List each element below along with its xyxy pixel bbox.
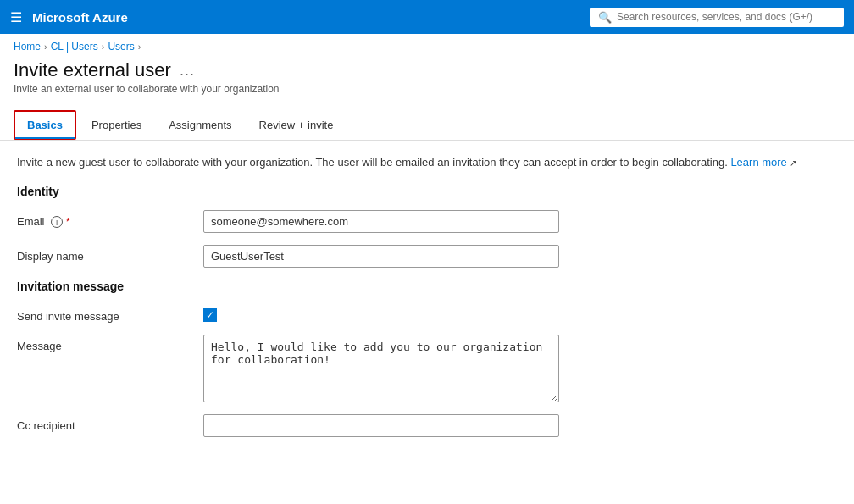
identity-section-title: Identity	[17, 185, 837, 198]
search-icon: 🔍	[598, 11, 612, 24]
send-invite-checkbox[interactable]: ✓	[203, 308, 217, 322]
tab-properties[interactable]: Properties	[80, 112, 153, 138]
hamburger-icon[interactable]: ☰	[10, 9, 22, 25]
content-area: Invite a new guest user to collaborate w…	[0, 141, 854, 462]
send-invite-label: Send invite message	[17, 305, 203, 323]
display-name-row: Display name	[17, 245, 837, 268]
cc-recipient-row: Cc recipient	[17, 414, 837, 437]
search-input[interactable]	[617, 11, 835, 23]
tab-basics[interactable]: Basics	[14, 110, 76, 140]
message-row: Message Hello, I would like to add you t…	[17, 335, 837, 402]
cc-recipient-label: Cc recipient	[17, 414, 203, 432]
breadcrumb-sep-1: ›	[44, 42, 47, 52]
email-info-icon[interactable]: i	[51, 216, 63, 228]
more-options-icon[interactable]: ...	[180, 62, 195, 80]
invitation-section-title: Invitation message	[17, 280, 837, 293]
external-link-icon: ↗	[790, 158, 796, 168]
learn-more-link[interactable]: Learn more	[730, 156, 786, 169]
required-star: *	[66, 215, 70, 228]
topnav: ☰ Microsoft Azure 🔍	[0, 0, 854, 34]
email-input[interactable]	[203, 210, 559, 233]
tab-bar: Basics Properties Assignments Review + i…	[0, 105, 854, 141]
email-label: Email i *	[17, 210, 203, 229]
page-subtitle: Invite an external user to collaborate w…	[14, 83, 840, 95]
page-title: Invite external user	[14, 59, 171, 81]
breadcrumb-sep-3: ›	[138, 42, 141, 52]
send-invite-checkbox-wrapper[interactable]: ✓	[203, 305, 217, 322]
breadcrumb-home[interactable]: Home	[14, 41, 41, 53]
cc-recipient-input[interactable]	[203, 414, 559, 437]
page-header: Invite external user ... Invite an exter…	[0, 56, 854, 105]
invite-description: Invite a new guest user to collaborate w…	[17, 154, 837, 171]
message-textarea[interactable]: Hello, I would like to add you to our or…	[203, 335, 559, 402]
breadcrumb-cl-users[interactable]: CL | Users	[51, 41, 98, 53]
breadcrumb-sep-2: ›	[102, 42, 105, 52]
tab-assignments[interactable]: Assignments	[157, 112, 243, 138]
tab-review-invite[interactable]: Review + invite	[247, 112, 346, 138]
app-title: Microsoft Azure	[32, 10, 580, 25]
email-row: Email i *	[17, 210, 837, 233]
breadcrumb-users[interactable]: Users	[108, 41, 134, 53]
search-box[interactable]: 🔍	[590, 8, 844, 27]
message-label: Message	[17, 335, 203, 352]
breadcrumb: Home › CL | Users › Users ›	[0, 34, 854, 56]
display-name-label: Display name	[17, 245, 203, 263]
send-invite-row: Send invite message ✓	[17, 305, 837, 323]
display-name-input[interactable]	[203, 245, 559, 268]
checkmark-icon: ✓	[206, 310, 214, 320]
